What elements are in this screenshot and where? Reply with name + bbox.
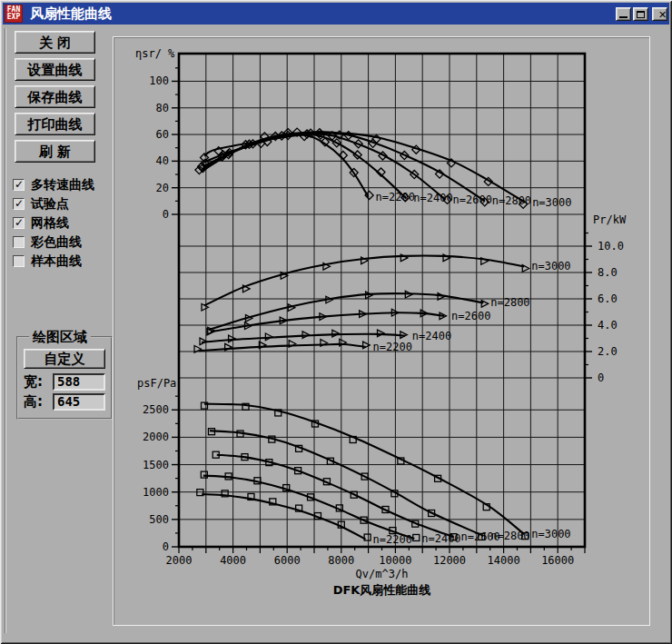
- checkbox-1[interactable]: ✓: [13, 198, 25, 210]
- svg-text:n=3000: n=3000: [532, 196, 571, 209]
- checkbox-0[interactable]: ✓: [13, 179, 25, 191]
- checkbox-4[interactable]: [13, 255, 25, 267]
- svg-text:16000: 16000: [541, 554, 574, 567]
- checkbox-row-1: ✓试验点: [13, 194, 109, 213]
- svg-text:2000: 2000: [166, 554, 193, 567]
- checkbox-label-4: 样本曲线: [31, 253, 82, 270]
- sidebar-button-4[interactable]: 刷 新: [15, 140, 95, 163]
- checkbox-row-2: ✓网格线: [13, 213, 109, 233]
- svg-text:6000: 6000: [274, 554, 301, 567]
- svg-text:8000: 8000: [328, 554, 354, 567]
- chart-panel: 10080604020010.08.06.04.02.0025002000150…: [113, 36, 650, 626]
- height-label: 高:: [24, 393, 53, 411]
- svg-text:10.0: 10.0: [598, 240, 624, 253]
- svg-text:n=2200: n=2200: [373, 341, 412, 353]
- close-button[interactable]: ✕: [652, 7, 667, 21]
- custom-size-button[interactable]: 自定义: [24, 349, 105, 369]
- svg-text:4000: 4000: [220, 554, 246, 567]
- sidebar-button-1[interactable]: 设置曲线: [15, 58, 95, 81]
- svg-text:100: 100: [149, 74, 169, 87]
- maximize-icon: [637, 11, 645, 18]
- svg-text:14000: 14000: [488, 554, 520, 567]
- plot-area-groupbox: 绘图区域 自定义 宽: 588 高: 645: [16, 336, 113, 420]
- checkbox-label-3: 彩色曲线: [31, 234, 82, 251]
- check-icon: ✓: [15, 197, 24, 210]
- svg-text:6.0: 6.0: [598, 292, 618, 305]
- sidebar-button-0[interactable]: 关 闭: [15, 31, 95, 54]
- window-title: 风扇性能曲线: [30, 5, 616, 23]
- svg-text:1000: 1000: [143, 486, 169, 499]
- svg-text:n=2800: n=2800: [490, 296, 529, 309]
- minimize-icon: [619, 16, 628, 18]
- svg-text:2.0: 2.0: [598, 345, 618, 358]
- power-curve-n=2600: [207, 309, 447, 335]
- sidebar: 关 闭设置曲线保存曲线打印曲线刷 新 ✓多转速曲线✓试验点✓网格线彩色曲线样本曲…: [9, 31, 109, 271]
- width-input[interactable]: 588: [53, 373, 105, 391]
- window-controls: ✕: [616, 7, 667, 21]
- checkbox-label-1: 试验点: [31, 196, 69, 213]
- minimize-button[interactable]: [616, 7, 631, 21]
- width-label: 宽:: [24, 373, 53, 391]
- svg-text:2000: 2000: [143, 431, 169, 443]
- svg-text:DFK风扇性能曲线: DFK风扇性能曲线: [333, 583, 431, 597]
- svg-text:n=3000: n=3000: [531, 260, 570, 272]
- app-logo-icon: FAN EXP: [5, 5, 23, 23]
- app-window: FAN EXP 风扇性能曲线 ✕ 关 闭设置曲线保存曲线打印曲线刷 新 ✓多转速…: [0, 0, 672, 644]
- svg-text:n=2400: n=2400: [412, 330, 451, 342]
- pressure-curve-n=2800: [208, 429, 484, 540]
- sidebar-divider: [5, 28, 6, 633]
- svg-text:40: 40: [156, 154, 169, 167]
- power-curve-n=2800: [208, 291, 489, 333]
- sidebar-button-stack: 关 闭设置曲线保存曲线打印曲线刷 新: [9, 31, 109, 163]
- svg-text:n=2200: n=2200: [373, 533, 412, 546]
- svg-text:ηsr/ %: ηsr/ %: [135, 47, 175, 60]
- svg-text:80: 80: [156, 102, 169, 114]
- pressure-curve-n=3000: [202, 402, 529, 540]
- svg-text:500: 500: [149, 513, 169, 526]
- svg-text:n=2800: n=2800: [490, 530, 529, 542]
- svg-text:8.0: 8.0: [598, 266, 618, 279]
- svg-text:n=2600: n=2600: [451, 310, 490, 322]
- svg-text:0: 0: [163, 208, 169, 221]
- width-row: 宽: 588: [24, 372, 111, 391]
- checkbox-row-4: 样本曲线: [13, 252, 109, 271]
- fan-performance-chart: 10080604020010.08.06.04.02.0025002000150…: [114, 37, 649, 625]
- svg-text:n=3000: n=3000: [531, 528, 570, 540]
- svg-text:12000: 12000: [433, 554, 466, 567]
- svg-text:0: 0: [163, 540, 169, 553]
- check-icon: ✓: [15, 216, 24, 229]
- groupbox-title: 绘图区域: [29, 329, 91, 346]
- checkbox-label-2: 网格线: [31, 215, 69, 232]
- logo-line-2: EXP: [7, 14, 20, 21]
- svg-text:1500: 1500: [143, 459, 169, 471]
- checkbox-2[interactable]: ✓: [13, 217, 25, 229]
- sidebar-button-3[interactable]: 打印曲线: [15, 113, 95, 135]
- title-bar: FAN EXP 风扇性能曲线 ✕: [3, 3, 669, 25]
- checkbox-list: ✓多转速曲线✓试验点✓网格线彩色曲线样本曲线: [9, 175, 109, 271]
- svg-text:4.0: 4.0: [598, 319, 618, 332]
- maximize-button[interactable]: [633, 7, 648, 21]
- svg-text:2500: 2500: [143, 403, 169, 416]
- svg-text:Pr/kW: Pr/kW: [593, 213, 627, 226]
- sidebar-button-2[interactable]: 保存曲线: [15, 85, 95, 108]
- svg-text:60: 60: [156, 128, 169, 141]
- checkbox-row-0: ✓多转速曲线: [13, 175, 109, 194]
- svg-text:Qv/m^3/h: Qv/m^3/h: [356, 568, 409, 580]
- height-row: 高: 645: [24, 392, 111, 411]
- svg-text:psF/Pa: psF/Pa: [137, 377, 176, 390]
- svg-text:20: 20: [156, 182, 169, 194]
- check-icon: ✓: [15, 178, 24, 191]
- svg-text:0: 0: [598, 372, 604, 384]
- svg-text:10000: 10000: [379, 554, 411, 567]
- close-icon: ✕: [658, 9, 667, 21]
- height-input[interactable]: 645: [53, 393, 105, 411]
- checkbox-3[interactable]: [13, 236, 25, 248]
- pressure-curve-n=2200: [197, 490, 371, 540]
- checkbox-row-3: 彩色曲线: [13, 233, 109, 252]
- checkbox-label-0: 多转速曲线: [31, 177, 94, 193]
